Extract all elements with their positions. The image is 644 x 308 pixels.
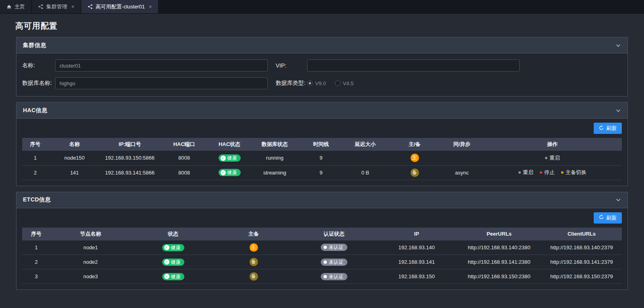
check-icon: ✓ (164, 274, 169, 279)
health-badge: ✓ 健康 (162, 259, 184, 266)
panel-cluster-info: 集群信息 名称: VIP: 数据库名称: 数据库类型: V9.0 V4.5 (16, 37, 628, 97)
radio-v9[interactable]: V9.0 (307, 80, 326, 86)
cell-role: 主 (215, 240, 292, 255)
standby-role-badge: 备 (250, 272, 258, 281)
panel-etcd-info: ETCD信息 刷新 序号 节点名称 状态 主备 (16, 192, 628, 290)
radio-label: V4.5 (343, 80, 354, 86)
restart-action[interactable]: 重启 (545, 154, 560, 162)
vip-input[interactable] (307, 60, 520, 72)
switchover-action[interactable]: 主备切换 (561, 169, 586, 176)
cell-db-status: streaming (250, 165, 300, 180)
cell-status: ✓ 健康 (131, 255, 215, 269)
column-header: 数据库状态 (250, 138, 300, 151)
health-label: 健康 (171, 274, 181, 279)
tab-bar: 主页 集群管理 × 高可用配置-cluster01 × (0, 0, 644, 14)
vip-label: VIP: (276, 62, 307, 69)
hac-panel-body: 刷新 序号 名称 IP:端口号 HAC端口 HAC状态 数据库状态 时间线 延迟… (17, 123, 627, 186)
cell-auth: 未认证 (292, 255, 376, 269)
restart-icon (545, 157, 547, 159)
column-header: 名称 (48, 138, 101, 151)
tab-label: 高可用配置-cluster01 (96, 3, 145, 10)
cell-ip: 192.168.93.140 (376, 240, 457, 255)
close-icon[interactable]: × (149, 4, 152, 9)
health-label: 健康 (227, 155, 237, 161)
stop-action[interactable]: 停止 (540, 169, 555, 176)
cell-no: 1 (22, 240, 50, 255)
etcd-refresh-button[interactable]: 刷新 (594, 212, 622, 224)
etcd-table: 序号 节点名称 状态 主备 认证状态 IP PeerURLs ClientURL… (22, 228, 622, 284)
close-icon[interactable]: × (71, 4, 74, 9)
panel-title: HAC信息 (23, 107, 47, 114)
hac-refresh-button[interactable]: 刷新 (594, 123, 622, 134)
panel-hac-info-header: HAC信息 (17, 103, 627, 119)
cell-actions: 重启 停止 主备切换 (483, 165, 622, 180)
chevron-down-icon[interactable] (615, 43, 621, 48)
cell-hac-port: 8008 (159, 165, 209, 180)
cell-hac-port: 8008 (159, 151, 209, 165)
health-label: 健康 (171, 245, 181, 251)
db-name-input[interactable] (55, 77, 268, 89)
check-icon: ✓ (164, 245, 169, 250)
health-badge: ✓ 健康 (219, 169, 241, 176)
column-header: 认证状态 (292, 228, 376, 240)
hac-toolbar: 刷新 (22, 123, 622, 134)
health-badge: ✓ 健康 (162, 244, 184, 251)
row-actions: 重启 停止 主备切换 (518, 169, 586, 176)
cell-node-name: node1 (50, 240, 131, 255)
auth-label: 未认证 (329, 274, 343, 279)
form-row: 数据库名称: 数据库类型: V9.0 V4.5 (22, 74, 622, 92)
refresh-label: 刷新 (606, 214, 617, 222)
tab-ha-config-cluster01[interactable]: 高可用配置-cluster01 × (81, 0, 159, 13)
cell-sync (441, 151, 483, 165)
tab-home[interactable]: 主页 (0, 0, 32, 13)
cell-ip: 192.168.93.141 (376, 255, 457, 269)
dbtype-label: 数据库类型: (276, 80, 307, 87)
auth-badge: 未认证 (321, 273, 347, 280)
chevron-down-icon[interactable] (615, 197, 621, 203)
check-icon: ✓ (221, 170, 226, 175)
cell-ip: 192.168.93.150 (376, 269, 457, 284)
chevron-down-icon[interactable] (615, 108, 621, 113)
radio-v45[interactable]: V4.5 (335, 80, 354, 86)
action-label: 停止 (544, 169, 555, 176)
primary-role-badge: 主 (250, 243, 258, 252)
name-label: 名称: (22, 62, 55, 69)
cell-peer-urls: http://192.168.93.140:2380 (457, 240, 541, 255)
restart-icon (518, 171, 521, 174)
action-label: 重启 (523, 169, 533, 176)
column-header: 延迟大小 (342, 138, 388, 151)
dot-icon (324, 246, 327, 249)
restart-action[interactable]: 重启 (518, 169, 533, 176)
action-label: 主备切换 (566, 169, 586, 176)
cell-status: ✓ 健康 (131, 269, 215, 284)
refresh-icon (599, 215, 604, 221)
hac-table: 序号 名称 IP:端口号 HAC端口 HAC状态 数据库状态 时间线 延迟大小 … (22, 138, 622, 180)
row-actions: 重启 (545, 154, 560, 162)
cell-sync: async (441, 165, 483, 180)
tab-label: 主页 (14, 3, 25, 10)
cell-timeline: 9 (300, 165, 342, 180)
panel-title: ETCD信息 (23, 196, 51, 203)
column-header: 主备 (215, 228, 292, 240)
tab-cluster-management[interactable]: 集群管理 × (32, 0, 81, 13)
column-header: 状态 (131, 228, 215, 240)
cluster-name-input[interactable] (55, 60, 268, 72)
panel-title: 集群信息 (23, 42, 46, 49)
cluster-icon (88, 4, 93, 9)
column-header: 序号 (22, 138, 48, 151)
cell-role: 备 (215, 269, 292, 284)
column-header: HAC状态 (209, 138, 250, 151)
health-badge: ✓ 健康 (219, 154, 241, 162)
panel-cluster-info-header: 集群信息 (17, 37, 627, 53)
cell-auth: 未认证 (292, 240, 376, 255)
cell-role: 主 (388, 151, 441, 165)
column-header: IP:端口号 (101, 138, 159, 151)
cell-role: 备 (215, 255, 292, 269)
column-header: 同/异步 (441, 138, 483, 151)
cell-hac-status: ✓ 健康 (209, 165, 250, 180)
auth-label: 未认证 (329, 244, 343, 250)
column-header: 时间线 (300, 138, 342, 151)
cell-peer-urls: http://192.168.93.150:2380 (457, 269, 541, 284)
auth-badge: 未认证 (321, 244, 347, 251)
etcd-toolbar: 刷新 (22, 212, 622, 224)
